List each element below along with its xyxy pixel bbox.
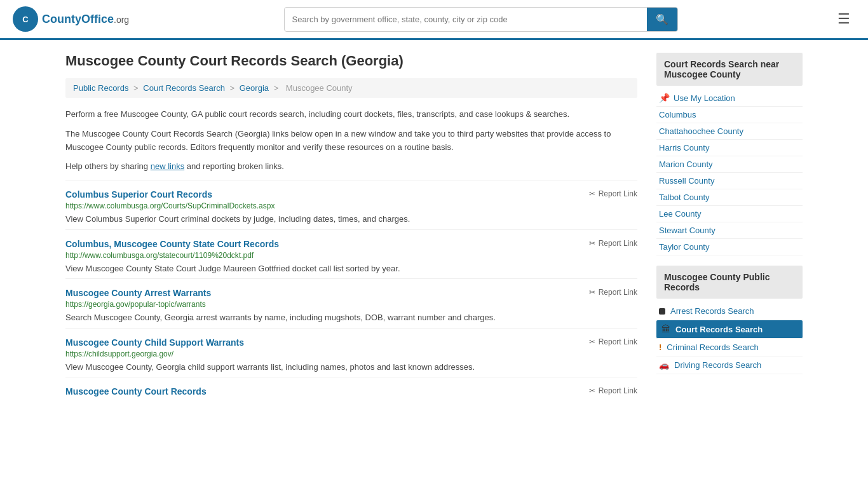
page-title: Muscogee County Court Records Search (Ge…: [65, 53, 637, 69]
logo-area: C CountyOffice.org: [13, 6, 129, 32]
main-wrapper: Muscogee County Court Records Search (Ge…: [53, 40, 815, 415]
record-url: https://www.columbusga.org/Courts/SupCri…: [65, 201, 637, 210]
nearby-link[interactable]: Marion County: [659, 159, 713, 169]
record-item: Columbus Superior Court Records ✂ Report…: [65, 180, 637, 229]
building-icon: 🏛: [661, 324, 670, 334]
location-icon: 📌: [659, 93, 670, 103]
list-item-active: 🏛 Court Records Search: [656, 320, 803, 339]
description-p2: The Muscogee County Court Records Search…: [65, 128, 637, 154]
public-records-list: Arrest Records Search 🏛 Court Records Se…: [656, 302, 803, 374]
exclamation-icon: !: [659, 342, 661, 352]
record-title[interactable]: Muscogee County Court Records: [65, 386, 207, 396]
public-records-header: Muscogee County Public Records: [656, 266, 803, 299]
record-header: Muscogee County Arrest Warrants ✂ Report…: [65, 288, 637, 300]
record-item: Columbus, Muscogee County State Court Re…: [65, 229, 637, 279]
use-my-location-link[interactable]: Use My Location: [674, 93, 735, 103]
list-item: Stewart County: [656, 222, 803, 239]
report-link-button[interactable]: ✂ Report Link: [589, 239, 637, 248]
nearby-link[interactable]: Harris County: [659, 143, 709, 152]
list-item: Columbus: [656, 107, 803, 123]
new-links-link[interactable]: new links: [151, 161, 184, 171]
header: C CountyOffice.org 🔍 ☰: [0, 0, 868, 40]
report-link-button[interactable]: ✂ Report Link: [589, 386, 637, 395]
breadcrumb-current: Muscogee County: [286, 83, 353, 93]
content: Muscogee County Court Records Search (Ge…: [65, 53, 637, 402]
car-icon: 🚗: [659, 360, 669, 370]
record-title[interactable]: Muscogee County Child Support Warrants: [65, 337, 244, 348]
nearby-header: Court Records Search near Muscogee Count…: [656, 53, 803, 86]
criminal-records-link[interactable]: Criminal Records Search: [667, 342, 759, 352]
nearby-link[interactable]: Columbus: [659, 110, 696, 119]
record-desc: View Columbus Superior Court criminal do…: [65, 213, 637, 226]
breadcrumb-georgia[interactable]: Georgia: [240, 83, 269, 93]
square-icon: [659, 308, 665, 315]
hamburger-icon: ☰: [837, 11, 850, 27]
logo-text: CountyOffice.org: [42, 13, 129, 26]
report-link-button[interactable]: ✂ Report Link: [589, 189, 637, 198]
record-desc: View Muscogee County, Georgia child supp…: [65, 361, 637, 374]
scissors-icon: ✂: [589, 337, 595, 346]
list-item: Arrest Records Search: [656, 302, 803, 320]
record-url: https://georgia.gov/popular-topic/warran…: [65, 300, 637, 309]
search-icon: 🔍: [656, 14, 668, 25]
breadcrumb-court-records[interactable]: Court Records Search: [143, 83, 225, 93]
nearby-link[interactable]: Russell County: [659, 176, 714, 186]
record-item: Muscogee County Arrest Warrants ✂ Report…: [65, 278, 637, 328]
arrest-records-link[interactable]: Arrest Records Search: [670, 306, 754, 316]
record-title[interactable]: Columbus Superior Court Records: [65, 189, 212, 200]
scissors-icon: ✂: [589, 386, 595, 395]
scissors-icon: ✂: [589, 189, 595, 198]
description-p3: Help others by sharing new links and rep…: [65, 160, 637, 173]
svg-text:C: C: [22, 15, 29, 24]
record-desc: View Muscogee County State Court Judge M…: [65, 262, 637, 275]
record-header: Muscogee County Court Records ✂ Report L…: [65, 386, 637, 398]
record-header: Muscogee County Child Support Warrants ✂…: [65, 337, 637, 349]
record-url: http://www.columbusga.org/statecourt/110…: [65, 251, 637, 260]
breadcrumb: Public Records > Court Records Search > …: [65, 78, 637, 98]
list-item: 📌 Use My Location: [656, 90, 803, 107]
record-header: Columbus, Muscogee County State Court Re…: [65, 239, 637, 251]
nearby-link[interactable]: Talbot County: [659, 193, 710, 202]
record-header: Columbus Superior Court Records ✂ Report…: [65, 189, 637, 201]
scissors-icon: ✂: [589, 239, 595, 248]
list-item: Harris County: [656, 140, 803, 156]
list-item: Taylor County: [656, 239, 803, 255]
report-link-button[interactable]: ✂ Report Link: [589, 288, 637, 297]
sidebar: Court Records Search near Muscogee Count…: [656, 53, 803, 402]
scissors-icon: ✂: [589, 288, 595, 297]
search-area: 🔍: [284, 7, 678, 32]
logo-icon: C: [13, 6, 38, 32]
list-item: Chattahoochee County: [656, 123, 803, 140]
nearby-link[interactable]: Stewart County: [659, 226, 715, 235]
record-title[interactable]: Muscogee County Arrest Warrants: [65, 288, 211, 298]
search-button[interactable]: 🔍: [647, 8, 677, 31]
list-item: Russell County: [656, 173, 803, 189]
menu-button[interactable]: ☰: [832, 8, 855, 30]
description-p1: Perform a free Muscogee County, GA publi…: [65, 108, 637, 121]
nearby-link[interactable]: Chattahoochee County: [659, 126, 743, 136]
nearby-link[interactable]: Taylor County: [659, 242, 709, 252]
breadcrumb-public-records[interactable]: Public Records: [73, 83, 128, 93]
nearby-links-list: 📌 Use My Location Columbus Chattahoochee…: [656, 90, 803, 255]
nearby-link[interactable]: Lee County: [659, 209, 702, 219]
list-item: Talbot County: [656, 189, 803, 206]
search-input[interactable]: [285, 10, 647, 29]
list-item: 🚗 Driving Records Search: [656, 356, 803, 374]
list-item: Lee County: [656, 206, 803, 222]
driving-records-link[interactable]: Driving Records Search: [674, 360, 761, 370]
list-item: Marion County: [656, 156, 803, 173]
list-item: ! Criminal Records Search: [656, 339, 803, 356]
record-title[interactable]: Columbus, Muscogee County State Court Re…: [65, 239, 279, 249]
record-desc: Search Muscogee County, Georgia arrest w…: [65, 311, 637, 324]
record-item: Muscogee County Court Records ✂ Report L…: [65, 377, 637, 402]
report-link-button[interactable]: ✂ Report Link: [589, 337, 637, 346]
record-item: Muscogee County Child Support Warrants ✂…: [65, 328, 637, 377]
court-records-link[interactable]: Court Records Search: [675, 325, 763, 334]
record-url: https://childsupport.georgia.gov/: [65, 349, 637, 358]
